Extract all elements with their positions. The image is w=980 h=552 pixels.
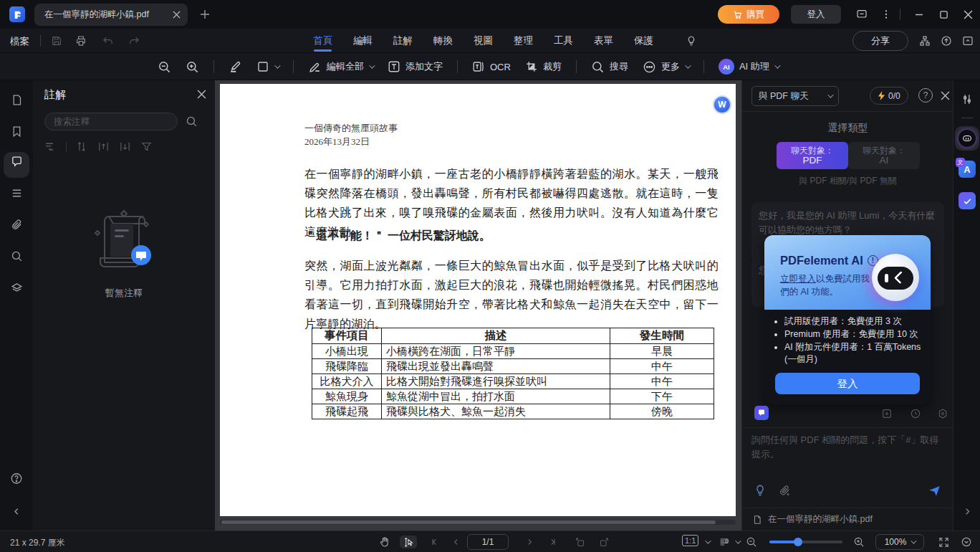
page-layout-icon[interactable] — [718, 536, 731, 548]
zoom-in-status-icon[interactable] — [852, 536, 865, 548]
chat-mode-dropdown[interactable]: 與 PDF 聊天 — [751, 86, 839, 106]
more-tools-button[interactable]: 更多 — [643, 60, 689, 74]
chat-target-ai-toggle[interactable]: 聊天對象： AI — [848, 142, 920, 169]
tab-close-icon[interactable] — [173, 11, 181, 19]
first-page-icon[interactable] — [428, 536, 441, 548]
add-text-button[interactable]: 添加文字 — [388, 60, 443, 73]
hand-tool-icon[interactable] — [378, 536, 391, 548]
new-chat-icon[interactable] — [880, 407, 893, 420]
promo-login-button[interactable]: 登入 — [775, 373, 920, 394]
shape-tool[interactable] — [256, 60, 279, 73]
tab-tools[interactable]: 工具 — [554, 29, 573, 53]
edit-all-button[interactable]: 編輯全部 — [308, 60, 373, 74]
list-view-icon[interactable] — [44, 141, 57, 153]
login-link[interactable]: 立即登入 — [780, 274, 816, 284]
zoom-in-button[interactable] — [186, 60, 199, 74]
chat-target-pdf-toggle[interactable]: 聊天對象： PDF — [777, 142, 848, 169]
tab-home[interactable]: 首頁 — [313, 29, 332, 53]
collapse-statusbar-icon[interactable] — [960, 536, 973, 548]
menu-file[interactable]: 檔案 — [10, 35, 29, 48]
rotate-left-icon[interactable] — [573, 536, 586, 548]
lightbulb-tip-icon[interactable] — [685, 34, 698, 47]
todo-check-icon[interactable] — [959, 192, 976, 209]
minimize-icon[interactable] — [913, 8, 926, 21]
tab-comment[interactable]: 註解 — [393, 29, 413, 53]
search-panel-icon[interactable] — [10, 249, 23, 262]
expand-all-icon[interactable] — [97, 141, 110, 153]
send-icon[interactable] — [927, 483, 941, 498]
zoom-percent-dropdown[interactable]: 100% — [875, 534, 924, 550]
close-window-icon[interactable] — [961, 8, 974, 21]
expand-panel-icon[interactable] — [961, 506, 972, 517]
sliders-icon[interactable] — [961, 93, 973, 105]
attach-file-icon[interactable] — [778, 483, 792, 498]
prompt-lightbulb-icon[interactable] — [753, 483, 767, 498]
save-icon[interactable] — [50, 34, 63, 47]
history-icon[interactable] — [909, 407, 922, 420]
chat-input[interactable]: 詢問任何與 PDF 相關的問題，按下「#」取得提示。 — [751, 433, 941, 462]
print-icon[interactable] — [75, 34, 87, 47]
select-tool-icon[interactable] — [400, 536, 417, 548]
zoom-slider[interactable] — [769, 541, 842, 543]
tab-convert[interactable]: 轉換 — [433, 29, 453, 53]
collapse-panel-icon[interactable] — [10, 505, 23, 518]
fullscreen-icon[interactable] — [937, 536, 950, 548]
annotations-icon[interactable] — [10, 155, 23, 168]
lumi-assistant-icon[interactable] — [955, 126, 979, 151]
search-button[interactable]: 搜尋 — [591, 60, 628, 74]
share-button[interactable]: 分享 — [852, 31, 908, 51]
collapse-all-icon[interactable] — [119, 141, 131, 153]
highlighter-tool[interactable] — [229, 60, 242, 74]
prev-page-icon[interactable] — [450, 536, 463, 548]
ai-close-icon[interactable] — [940, 90, 950, 100]
collapse-toolbar-icon[interactable] — [961, 34, 974, 47]
new-tab-button[interactable] — [198, 7, 212, 22]
feedback-icon[interactable] — [855, 8, 868, 21]
annotation-search-input[interactable] — [44, 113, 178, 130]
redo-icon[interactable] — [128, 34, 140, 47]
buy-button[interactable]: 購買 — [718, 5, 779, 24]
rotate-right-icon[interactable] — [597, 536, 610, 548]
upload-cloud-icon[interactable] — [940, 34, 953, 47]
filter-icon[interactable] — [140, 141, 153, 153]
search-icon[interactable] — [185, 115, 198, 128]
pdf-page[interactable]: W 一個傳奇的無厘頭故事 2026年13月32日 在一個寧靜的湖畔小鎮，一座古老… — [220, 84, 736, 516]
document-tab[interactable]: 在一個寧靜的湖畔小鎮.pdf — [34, 4, 188, 26]
more-menu-icon[interactable] — [880, 8, 893, 21]
zoom-out-status-icon[interactable] — [745, 536, 758, 548]
last-page-icon[interactable] — [546, 536, 559, 548]
maximize-icon[interactable] — [937, 8, 950, 21]
ai-help-icon[interactable]: ? — [918, 88, 933, 103]
actual-size-button[interactable]: 1:1 — [682, 535, 698, 546]
tab-view[interactable]: 視圖 — [474, 29, 493, 53]
attachments-icon[interactable] — [10, 218, 23, 231]
tab-edit[interactable]: 編輯 — [353, 29, 373, 53]
login-button-titlebar[interactable]: 登入 — [791, 5, 841, 24]
layers-icon[interactable] — [10, 281, 23, 294]
attached-file-bar[interactable]: 在一個寧靜的湖畔小鎮.pdf — [742, 508, 953, 530]
sort-icon[interactable] — [76, 141, 88, 153]
thumbnails-icon[interactable] — [10, 93, 23, 106]
undo-icon[interactable] — [102, 34, 115, 47]
tab-organize[interactable]: 整理 — [514, 29, 533, 53]
settings-icon[interactable] — [936, 407, 949, 420]
ai-assistant-button[interactable]: AI AI 助理 — [719, 59, 779, 75]
tab-form[interactable]: 表單 — [594, 29, 613, 53]
outline-icon[interactable] — [10, 186, 23, 199]
chevron-down-icon[interactable] — [705, 538, 711, 543]
ocr-button[interactable]: OCR — [472, 60, 511, 73]
crop-button[interactable]: 裁剪 — [525, 60, 562, 73]
page-indicator[interactable]: 1/1 — [467, 534, 509, 550]
connections-icon[interactable] — [918, 34, 931, 47]
next-page-icon[interactable] — [523, 536, 536, 548]
zoom-out-button[interactable] — [158, 60, 171, 74]
panel-close-icon[interactable] — [196, 89, 206, 99]
help-icon[interactable] — [10, 472, 23, 485]
horizontal-scrollbar[interactable] — [220, 520, 736, 525]
scrollbar-thumb[interactable] — [221, 520, 716, 524]
tab-protect[interactable]: 保護 — [634, 29, 653, 53]
translate-icon[interactable]: A — [959, 161, 976, 178]
zoom-slider-thumb[interactable] — [794, 538, 802, 546]
chevron-down-icon[interactable] — [735, 538, 741, 543]
bookmarks-icon[interactable] — [10, 125, 23, 138]
